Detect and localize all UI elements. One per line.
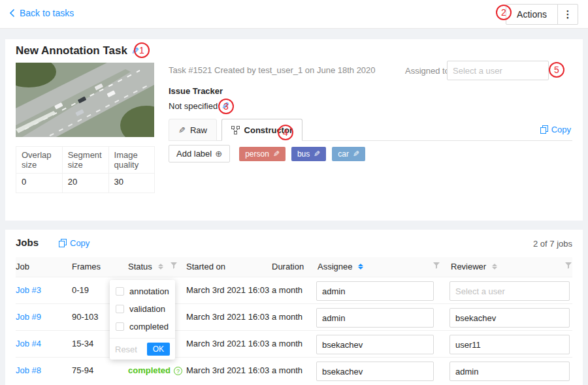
segment-size-header: Segment size — [62, 147, 108, 174]
frames-value: 75-94 — [72, 365, 93, 375]
task-assignee-input[interactable] — [447, 61, 549, 80]
job-reviewer-input[interactable] — [449, 308, 570, 328]
duration-value: a month — [272, 339, 302, 348]
assignee-filter-button[interactable] — [433, 262, 440, 270]
constructor-icon — [231, 126, 240, 134]
annotation-marker-5: 5 — [549, 62, 564, 78]
table-row: Job #9 90-103 March 3rd 2021 16:03 a mon… — [16, 304, 572, 331]
table-row: Job #4 15-34 March 3rd 2021 16:03 a mont… — [16, 331, 572, 358]
started-on-value: March 3rd 2021 16:03 — [186, 285, 269, 295]
more-actions-icon[interactable]: ⋮ — [557, 4, 578, 25]
label-tag-car[interactable]: car✎ — [332, 147, 365, 161]
label-tag-person[interactable]: person✎ — [239, 147, 286, 161]
started-on-value: March 3rd 2021 16:03 — [186, 312, 269, 322]
column-status[interactable]: Status — [128, 262, 163, 271]
filter-option-annotation[interactable]: annotation — [110, 283, 175, 300]
task-preview-image — [16, 63, 154, 137]
copy-icon — [59, 239, 67, 247]
edit-label-icon[interactable]: ✎ — [353, 149, 359, 159]
column-duration: Duration — [272, 262, 304, 271]
image-quality-header: Image quality — [108, 147, 154, 174]
jobs-title: Jobs — [16, 237, 39, 248]
task-parameters-table: Overlap size Segment size Image quality … — [16, 146, 155, 193]
labels-tabs: ✎ Raw Constructor Copy — [169, 119, 572, 141]
annotation-marker-4: 4 — [278, 125, 293, 140]
filter-reset-button[interactable]: Reset — [115, 345, 137, 354]
issue-tracker-label: Issue Tracker — [169, 86, 223, 96]
plus-circle-icon: ⊕ — [215, 149, 222, 159]
back-to-tasks-link[interactable]: Back to tasks — [9, 8, 74, 18]
copy-jobs-link[interactable]: Copy — [59, 238, 90, 248]
job-assignee-input[interactable] — [316, 281, 434, 301]
assigned-to-label: Assigned to — [405, 66, 449, 76]
job-assignee-input[interactable] — [316, 335, 434, 354]
chevron-left-icon — [9, 8, 15, 18]
filter-option-completed[interactable]: completed — [110, 318, 175, 335]
overlap-size-value: 0 — [16, 174, 63, 193]
checkbox[interactable] — [116, 287, 124, 296]
status-sort-icon[interactable] — [158, 264, 163, 270]
labels-constructor-area: Add label⊕ person✎ bus✎ car✎ — [169, 145, 371, 162]
annotation-marker-1: 1 — [134, 42, 150, 58]
status-value: completed? — [128, 365, 182, 375]
frames-value: 15-34 — [72, 339, 93, 348]
copy-labels-link[interactable]: Copy — [540, 125, 571, 134]
copy-icon — [540, 125, 548, 134]
jobs-count: 2 of 7 jobs — [533, 239, 572, 249]
filter-funnel-icon — [433, 262, 440, 270]
column-job: Job — [16, 262, 29, 271]
job-reviewer-input[interactable] — [449, 362, 570, 381]
job-link[interactable]: Job #4 — [16, 339, 41, 348]
job-reviewer-input[interactable] — [449, 335, 570, 354]
jobs-table-header: Job Frames Status Started on Duration As… — [16, 257, 572, 277]
job-assignee-input[interactable] — [316, 362, 434, 381]
question-circle-icon[interactable]: ? — [174, 367, 182, 375]
frames-value: 0-19 — [72, 285, 89, 295]
duration-value: a month — [272, 365, 302, 375]
reviewer-filter-button[interactable] — [564, 262, 572, 270]
filter-ok-button[interactable]: OK — [147, 343, 170, 356]
reviewer-sort-icon[interactable] — [492, 264, 497, 270]
checkbox[interactable] — [116, 305, 124, 313]
filter-option-validation[interactable]: validation — [110, 300, 175, 318]
edit-label-icon[interactable]: ✎ — [314, 149, 320, 159]
job-link[interactable]: Job #3 — [16, 285, 41, 295]
duration-value: a month — [272, 312, 302, 322]
label-tag-bus[interactable]: bus✎ — [291, 147, 326, 161]
started-on-value: March 3rd 2021 16:03 — [186, 339, 269, 348]
table-row: Job #3 0-19 March 3rd 2021 16:03 a month — [16, 277, 572, 304]
frames-value: 90-103 — [72, 312, 98, 322]
column-reviewer[interactable]: Reviewer — [451, 262, 497, 271]
annotation-marker-2: 2 — [496, 5, 512, 20]
assignee-sort-icon[interactable] — [358, 264, 363, 270]
job-link[interactable]: Job #8 — [16, 365, 41, 375]
jobs-card: Jobs Copy 2 of 7 jobs Job Frames Status … — [5, 230, 583, 385]
add-label-button[interactable]: Add label⊕ — [169, 145, 230, 162]
annotation-marker-3: 3 — [218, 99, 234, 114]
actions-button-group: Actions ⋮ — [506, 4, 578, 25]
status-filter-dropdown: annotation validation completed Reset OK — [110, 280, 175, 360]
tab-raw[interactable]: ✎ Raw — [169, 119, 217, 141]
checkbox[interactable] — [116, 322, 124, 331]
job-assignee-input[interactable] — [316, 308, 434, 328]
job-reviewer-input[interactable] — [449, 281, 570, 301]
filter-funnel-icon — [170, 262, 178, 270]
image-quality-value: 30 — [108, 174, 154, 193]
started-on-value: March 3rd 2021 16:03 — [186, 365, 269, 375]
task-details-card: New Annotation Task✎ Overlap size Segmen… — [5, 39, 583, 221]
status-filter-button[interactable] — [170, 262, 178, 270]
actions-button[interactable]: Actions — [506, 4, 558, 25]
column-frames: Frames — [72, 262, 101, 271]
table-row: Job #8 75-94 completed? March 3rd 2021 1… — [16, 358, 572, 384]
edit-label-icon[interactable]: ✎ — [273, 149, 280, 159]
duration-value: a month — [272, 285, 302, 295]
job-link[interactable]: Job #9 — [16, 312, 41, 322]
pencil-icon: ✎ — [178, 125, 186, 135]
filter-funnel-icon — [564, 262, 572, 270]
page-title: New Annotation Task✎ — [16, 44, 139, 57]
segment-size-value: 20 — [62, 174, 108, 193]
back-label: Back to tasks — [20, 8, 74, 18]
column-started-on: Started on — [186, 262, 225, 271]
overlap-size-header: Overlap size — [16, 147, 63, 174]
column-assignee[interactable]: Assignee — [318, 262, 363, 271]
